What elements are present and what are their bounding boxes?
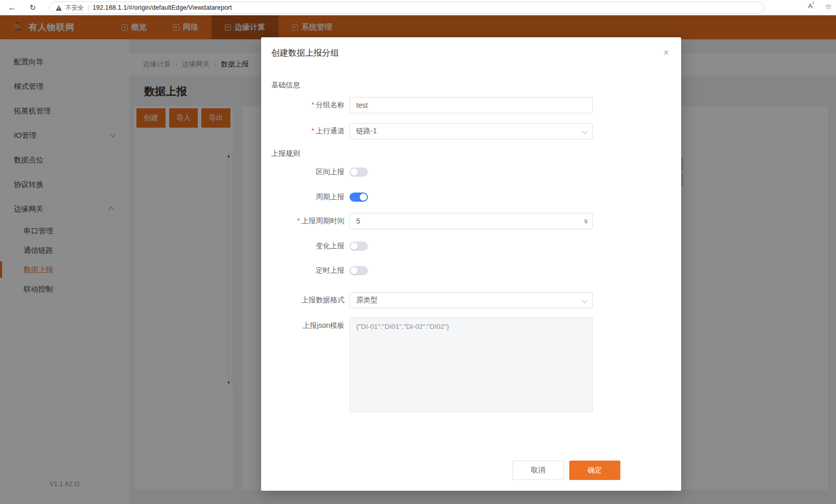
seconds-unit-label: s: [584, 217, 588, 225]
form-row-interval-report: 区间上报: [271, 167, 671, 177]
interval-report-label: 区间上报: [271, 167, 350, 177]
required-mark: *: [312, 127, 314, 135]
form-row-json-template: 上报json模板 {"DI-01":"DI01","DI-02":"DI02"}: [271, 317, 671, 412]
form-row-uplink-channel: *上行通道: [271, 123, 671, 139]
form-row-group-name: *分组名称: [271, 97, 671, 113]
uplink-channel-label: *上行通道: [271, 127, 350, 136]
favorites-star-icon[interactable]: ☆: [825, 2, 832, 11]
app-viewport: 🏃 有人物联网 概览 网络 边缘计算 系统管理: [0, 15, 836, 504]
form-row-report-period: *上报周期时间 s: [271, 213, 671, 229]
required-mark: *: [312, 101, 314, 109]
form-row-timed-report: 定时上报: [271, 266, 671, 275]
interval-report-toggle[interactable]: [350, 167, 368, 177]
address-divider: |: [87, 4, 89, 11]
browser-back-icon[interactable]: ←: [6, 2, 18, 14]
read-aloud-icon[interactable]: A): [808, 2, 814, 11]
data-format-select[interactable]: [350, 292, 593, 308]
create-report-group-dialog: 创建数据上报分组 × 基础信息 *分组名称 *上行通道: [261, 37, 681, 491]
section-basic-info: 基础信息: [271, 81, 671, 90]
data-format-label: 上报数据格式: [271, 296, 350, 305]
url-text[interactable]: 192.168.1.1/#/origin/defaultEdge/Viewdat…: [92, 4, 232, 11]
periodic-report-label: 周期上报: [271, 193, 350, 202]
timed-report-toggle[interactable]: [350, 266, 368, 275]
browser-refresh-icon[interactable]: ↻: [27, 2, 39, 14]
form-row-periodic-report: 周期上报: [271, 193, 671, 202]
cancel-button[interactable]: 取消: [513, 461, 564, 480]
periodic-report-toggle[interactable]: [350, 193, 368, 202]
screen: ← ↻ ! 不安全 | 192.168.1.1/#/origin/default…: [0, 0, 836, 504]
change-report-label: 变化上报: [271, 242, 350, 251]
address-bar[interactable]: ! 不安全 | 192.168.1.1/#/origin/defaultEdge…: [49, 2, 764, 14]
browser-toolbar: ← ↻ ! 不安全 | 192.168.1.1/#/origin/default…: [0, 0, 836, 15]
form-row-change-report: 变化上报: [271, 242, 671, 251]
change-report-toggle[interactable]: [350, 242, 368, 251]
confirm-button[interactable]: 确定: [569, 461, 620, 480]
security-label[interactable]: 不安全: [65, 4, 84, 12]
json-template-label: 上报json模板: [271, 317, 350, 330]
not-secure-warning-icon[interactable]: !: [56, 5, 62, 11]
report-period-label: *上报周期时间: [271, 217, 350, 226]
group-name-label: *分组名称: [271, 101, 350, 110]
uplink-channel-select[interactable]: [350, 123, 593, 139]
required-mark: *: [297, 217, 300, 225]
timed-report-label: 定时上报: [271, 266, 350, 275]
report-period-input[interactable]: [350, 213, 593, 229]
json-template-textarea[interactable]: {"DI-01":"DI01","DI-02":"DI02"}: [350, 317, 593, 412]
form-row-data-format: 上报数据格式: [271, 292, 671, 308]
dialog-footer: 取消 确定: [513, 461, 620, 480]
section-report-rules: 上报规则: [271, 149, 671, 158]
group-name-input[interactable]: [350, 97, 593, 113]
